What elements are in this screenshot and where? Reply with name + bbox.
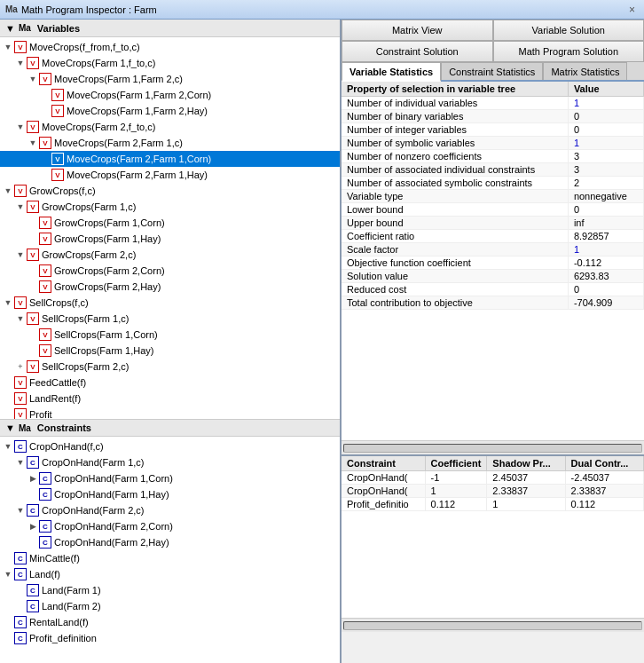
tree-item-v13[interactable]: V GrowCrops(Farm 1,Hay): [0, 231, 340, 247]
expand-c7: [27, 536, 39, 549]
expand-c3[interactable]: ▶: [27, 472, 39, 485]
constraints-tree[interactable]: ▼ C CropOnHand(f,c) ▼ C CropOnHand(Farm …: [0, 437, 340, 663]
expand-v7[interactable]: ▼: [27, 137, 39, 149]
expand-v17[interactable]: ▼: [2, 296, 14, 309]
tree-item-v22[interactable]: V FeedCattle(f): [0, 375, 340, 391]
tree-item-v9[interactable]: V MoveCrops(Farm 2,Farm 1,Hay): [0, 167, 340, 183]
tree-item-v10[interactable]: ▼ V GrowCrops(f,c): [0, 183, 340, 199]
stats-property-cell: Upper bound: [342, 217, 568, 230]
expand-c6[interactable]: ▶: [27, 520, 39, 533]
lower-cell-coefficient: 0.112: [425, 498, 487, 511]
matrix-view-button[interactable]: Matrix View: [342, 20, 493, 40]
tree-item-c10[interactable]: C Land(Farm 1): [0, 582, 340, 598]
v-icon-v20: V: [39, 344, 51, 357]
c-icon-c9: C: [14, 568, 27, 580]
c-icon-c4: C: [39, 488, 51, 501]
stats-value-cell: 1: [568, 137, 643, 150]
expand-v20: [27, 344, 39, 357]
expand-v3[interactable]: ▼: [27, 73, 39, 85]
tree-item-v23[interactable]: V LandRent(f): [0, 391, 340, 406]
lower-table-container[interactable]: Constraint Coefficient Shadow Pr... Dual…: [342, 456, 644, 618]
tree-item-v16[interactable]: V GrowCrops(Farm 2,Hay): [0, 279, 340, 295]
tab-matrix-statistics[interactable]: Matrix Statistics: [543, 62, 627, 80]
tree-item-c7[interactable]: C CropOnHand(Farm 2,Hay): [0, 534, 340, 550]
label-v7: MoveCrops(Farm 2,Farm 1,c): [54, 138, 183, 148]
expand-v22: [2, 376, 14, 389]
tree-item-v20[interactable]: V SellCrops(Farm 1,Hay): [0, 343, 340, 359]
tree-item-c2[interactable]: ▼ C CropOnHand(Farm 1,c): [0, 454, 340, 470]
c-icon-c8: C: [14, 552, 27, 564]
expand-v6[interactable]: ▼: [14, 121, 27, 133]
stats-property-cell: Number of associated symbolic constraint…: [342, 177, 568, 190]
tree-item-c9[interactable]: ▼ C Land(f): [0, 566, 340, 582]
stats-property-cell: Number of associated individual constrai…: [342, 163, 568, 177]
tree-item-c8[interactable]: C MinCattle(f): [0, 550, 340, 566]
variables-expand[interactable]: ▼: [5, 23, 15, 34]
tree-item-c6[interactable]: ▶ C CropOnHand(Farm 2,Corn): [0, 518, 340, 534]
close-button[interactable]: ×: [625, 4, 639, 16]
tree-item-c12[interactable]: C RentalLand(f): [0, 614, 340, 630]
tree-item-v17[interactable]: ▼ V SellCrops(f,c): [0, 295, 340, 311]
lower-scrollbar[interactable]: [342, 618, 644, 632]
label-v9: MoveCrops(Farm 2,Farm 1,Hay): [67, 170, 208, 180]
constraint-solution-button[interactable]: Constraint Solution: [342, 41, 493, 61]
stats-table-container[interactable]: Property of selection in variable tree V…: [342, 82, 644, 440]
expand-c1[interactable]: ▼: [2, 440, 14, 453]
expand-v1[interactable]: ▼: [2, 41, 14, 53]
tree-item-v4[interactable]: V MoveCrops(Farm 1,Farm 2,Corn): [0, 87, 340, 103]
v-icon-v3: V: [39, 73, 51, 85]
expand-v21[interactable]: +: [14, 360, 27, 373]
tree-item-v1[interactable]: ▼ V MoveCrops(f_from,f_to,c): [0, 39, 340, 55]
tree-item-c4[interactable]: C CropOnHand(Farm 1,Hay): [0, 486, 340, 502]
v-icon-v19: V: [39, 328, 51, 341]
variable-solution-button[interactable]: Variable Solution: [493, 20, 645, 40]
expand-c8: [2, 552, 14, 564]
upper-scrollbar[interactable]: [342, 440, 644, 454]
tree-item-v24[interactable]: V Profit: [0, 406, 340, 419]
constraints-expand[interactable]: ▼: [5, 422, 15, 433]
expand-c10: [14, 584, 27, 596]
tree-item-v21[interactable]: + V SellCrops(Farm 2,c): [0, 359, 340, 375]
tree-item-v2[interactable]: ▼ V MoveCrops(Farm 1,f_to,c): [0, 55, 340, 71]
tree-item-c3[interactable]: ▶ C CropOnHand(Farm 1,Corn): [0, 470, 340, 486]
tree-item-c11[interactable]: C Land(Farm 2): [0, 598, 340, 614]
expand-v19: [27, 328, 39, 341]
tree-item-v5[interactable]: V MoveCrops(Farm 1,Farm 2,Hay): [0, 103, 340, 119]
tab-variable-statistics[interactable]: Variable Statistics: [342, 62, 441, 82]
tree-item-c1[interactable]: ▼ C CropOnHand(f,c): [0, 438, 340, 454]
expand-v18[interactable]: ▼: [14, 312, 27, 325]
expand-v2[interactable]: ▼: [14, 57, 27, 69]
label-v13: GrowCrops(Farm 1,Hay): [54, 233, 161, 244]
tab-constraint-statistics[interactable]: Constraint Statistics: [441, 62, 543, 80]
variables-tree[interactable]: ▼ V MoveCrops(f_from,f_to,c) ▼ V MoveCro…: [0, 37, 340, 419]
tree-item-c13[interactable]: C Profit_definition: [0, 630, 340, 646]
expand-v10[interactable]: ▼: [2, 185, 14, 197]
stats-value-cell: 0: [568, 123, 643, 137]
tree-item-v8[interactable]: V MoveCrops(Farm 2,Farm 1,Corn): [0, 151, 340, 167]
v-icon-v22: V: [14, 376, 27, 389]
tree-item-v19[interactable]: V SellCrops(Farm 1,Corn): [0, 327, 340, 343]
tree-item-v3[interactable]: ▼ V MoveCrops(Farm 1,Farm 2,c): [0, 71, 340, 87]
math-program-solution-button[interactable]: Math Program Solution: [493, 41, 645, 61]
expand-c9[interactable]: ▼: [2, 568, 14, 580]
tree-item-v12[interactable]: V GrowCrops(Farm 1,Corn): [0, 215, 340, 231]
label-c9: Land(f): [29, 569, 60, 580]
stats-value-cell: -0.112: [568, 257, 643, 270]
tree-item-v11[interactable]: ▼ V GrowCrops(Farm 1,c): [0, 199, 340, 215]
tree-item-v6[interactable]: ▼ V MoveCrops(Farm 2,f_to,c): [0, 119, 340, 135]
tree-item-v18[interactable]: ▼ V SellCrops(Farm 1,c): [0, 311, 340, 327]
tree-item-v7[interactable]: ▼ V MoveCrops(Farm 2,Farm 1,c): [0, 135, 340, 151]
top-buttons-row2: Constraint Solution Math Program Solutio…: [342, 41, 644, 62]
label-v23: LandRent(f): [29, 393, 81, 404]
expand-c2[interactable]: ▼: [14, 456, 27, 469]
tree-item-c5[interactable]: ▼ C CropOnHand(Farm 2,c): [0, 502, 340, 518]
expand-c5[interactable]: ▼: [14, 504, 27, 517]
tree-item-v15[interactable]: V GrowCrops(Farm 2,Corn): [0, 263, 340, 279]
label-v15: GrowCrops(Farm 2,Corn): [54, 265, 165, 276]
expand-v14[interactable]: ▼: [14, 249, 27, 261]
title-bar: Ma Math Program Inspector : Farm ×: [0, 0, 644, 20]
tree-item-v14[interactable]: ▼ V GrowCrops(Farm 2,c): [0, 247, 340, 263]
expand-v11[interactable]: ▼: [14, 201, 27, 213]
expand-v5: [39, 105, 51, 117]
label-v17: SellCrops(f,c): [29, 297, 89, 308]
